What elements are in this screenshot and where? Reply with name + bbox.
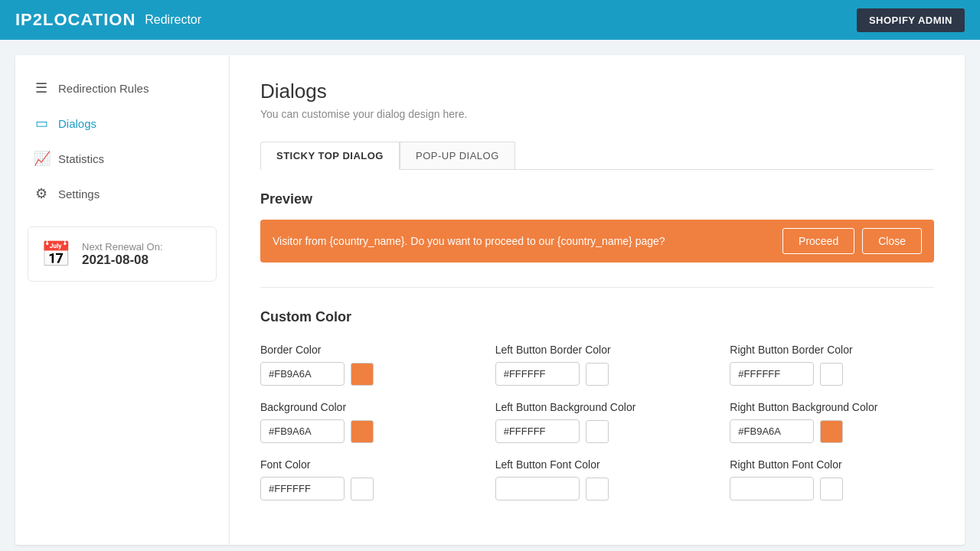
preview-button-group: Proceed Close (782, 228, 922, 254)
sidebar-label-statistics: Statistics (58, 152, 104, 165)
sidebar-label-redirection-rules: Redirection Rules (58, 82, 149, 95)
left-button-border-color-label: Left Button Border Color (495, 344, 700, 356)
renewal-info: Next Renewal On: 2021-08-08 (82, 241, 163, 268)
font-color-input-row (260, 477, 465, 500)
color-field-border: Border Color (260, 344, 465, 386)
preview-banner-text: Visitor from {country_name}. Do you want… (273, 235, 665, 247)
shopify-admin-button[interactable]: SHOPIFY ADMIN (857, 8, 965, 32)
tab-sticky-top[interactable]: STICKY TOP DIALOG (260, 142, 400, 170)
sidebar-item-statistics[interactable]: 📈 Statistics (15, 141, 229, 176)
right-btn-border-input-row (730, 362, 934, 386)
color-field-left-btn-border: Left Button Border Color (495, 344, 700, 386)
right-button-background-color-input[interactable] (730, 419, 814, 443)
right-button-border-color-input[interactable] (730, 362, 814, 386)
sidebar-item-dialogs[interactable]: ▭ Dialogs (15, 106, 229, 141)
main-content: Dialogs You can customise your dialog de… (230, 55, 965, 545)
background-color-label: Background Color (260, 401, 465, 413)
left-button-border-color-input[interactable] (495, 362, 580, 386)
left-button-background-color-input[interactable] (495, 419, 580, 443)
proceed-button[interactable]: Proceed (782, 228, 854, 254)
background-color-swatch[interactable] (351, 420, 374, 443)
main-container: ☰ Redirection Rules ▭ Dialogs 📈 Statisti… (15, 55, 965, 545)
border-color-swatch[interactable] (351, 363, 374, 386)
font-color-label: Font Color (260, 458, 465, 471)
color-grid: Border Color Left Button Border Color Ri… (260, 344, 934, 500)
color-field-background: Background Color (260, 401, 465, 443)
page-title: Dialogs (260, 80, 934, 103)
right-button-border-color-swatch[interactable] (820, 363, 843, 386)
sidebar: ☰ Redirection Rules ▭ Dialogs 📈 Statisti… (15, 55, 230, 545)
color-field-left-btn-font: Left Button Font Color (495, 458, 700, 500)
right-button-border-color-label: Right Button Border Color (730, 344, 934, 356)
left-btn-border-input-row (495, 362, 700, 386)
right-btn-bg-input-row (730, 419, 934, 443)
sidebar-label-settings: Settings (58, 187, 100, 201)
left-button-background-color-swatch[interactable] (586, 420, 609, 443)
left-button-font-color-input[interactable] (495, 477, 580, 500)
preview-section-title: Preview (260, 191, 934, 207)
color-field-right-btn-bg: Right Button Background Color (730, 401, 934, 443)
left-btn-font-input-row (495, 477, 700, 500)
sidebar-item-settings[interactable]: ⚙ Settings (15, 176, 229, 211)
right-button-background-color-swatch[interactable] (820, 420, 843, 443)
color-field-right-btn-border: Right Button Border Color (730, 344, 934, 386)
app-header: IP2LOCATION Redirector SHOPIFY ADMIN (0, 0, 980, 40)
gear-icon: ⚙ (34, 185, 49, 202)
right-btn-font-input-row (730, 477, 934, 500)
renewal-date: 2021-08-08 (82, 253, 163, 268)
right-button-background-color-label: Right Button Background Color (730, 401, 934, 413)
list-icon: ☰ (34, 80, 49, 96)
color-field-right-btn-font: Right Button Font Color (730, 458, 934, 500)
header-brand: IP2LOCATION Redirector (15, 10, 201, 30)
font-color-input[interactable] (260, 477, 345, 500)
border-color-input-row (260, 362, 465, 386)
sidebar-label-dialogs: Dialogs (58, 117, 96, 130)
renewal-card: 📅 Next Renewal On: 2021-08-08 (28, 227, 217, 282)
background-color-input-row (260, 419, 465, 443)
app-name: Redirector (145, 13, 201, 27)
left-btn-bg-input-row (495, 419, 700, 443)
color-field-font: Font Color (260, 458, 465, 500)
section-divider (260, 287, 934, 288)
left-button-font-color-swatch[interactable] (586, 478, 609, 500)
font-color-swatch[interactable] (351, 478, 374, 500)
preview-banner: Visitor from {country_name}. Do you want… (260, 220, 934, 262)
close-button[interactable]: Close (862, 228, 922, 254)
color-field-left-btn-bg: Left Button Background Color (495, 401, 700, 443)
tab-pop-up[interactable]: POP-UP DIALOG (400, 142, 515, 170)
right-button-font-color-swatch[interactable] (820, 478, 843, 500)
left-button-border-color-swatch[interactable] (586, 363, 609, 386)
sidebar-item-redirection-rules[interactable]: ☰ Redirection Rules (15, 70, 229, 106)
dialog-tabs: STICKY TOP DIALOG POP-UP DIALOG (260, 142, 934, 170)
chart-icon: 📈 (34, 150, 49, 167)
background-color-input[interactable] (260, 419, 345, 443)
logo: IP2LOCATION (15, 10, 136, 30)
renewal-label: Next Renewal On: (82, 241, 163, 253)
page-subtitle: You can customise your dialog design her… (260, 108, 934, 120)
dialog-icon: ▭ (34, 115, 49, 132)
left-button-background-color-label: Left Button Background Color (495, 401, 700, 413)
calendar-icon: 📅 (41, 240, 71, 269)
right-button-font-color-label: Right Button Font Color (730, 458, 934, 471)
left-button-font-color-label: Left Button Font Color (495, 458, 700, 471)
border-color-label: Border Color (260, 344, 465, 356)
custom-color-title: Custom Color (260, 309, 934, 325)
border-color-input[interactable] (260, 362, 345, 386)
right-button-font-color-input[interactable] (730, 477, 814, 500)
